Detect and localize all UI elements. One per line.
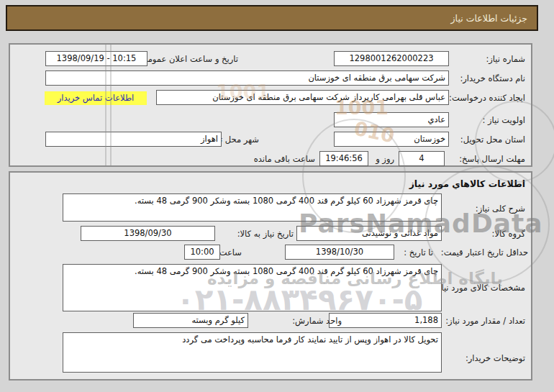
specs-textarea[interactable]: چای قرمز شهرزاد 60 کیلو گرم قند 400 گرمی… [63,264,442,311]
unit-input[interactable]: کیلو گرم وبسته [133,313,248,328]
need-info-panel: شماره نیاز: 1298001262000223 تاریخ و ساع… [9,43,532,167]
unit-label: واحد شمارش: [292,315,342,327]
deadline-suffix: ساعت باقی مانده [254,153,315,165]
page-title: جزئیات اطلاعات نیاز [451,13,527,24]
hour-input[interactable]: 10:00 [184,245,220,260]
quantity-label: تعداد / مقدار مورد نیاز: [445,315,525,327]
price-validity-label: حداقل تاریخ اعتبار قیمت: [441,247,528,258]
buyer-notes-label: توضیحات خریدار: [466,352,525,364]
general-desc-textarea[interactable]: چای قرمز شهرزاد 60 کیلو گرم قند 400 گرمی… [63,193,442,222]
deadline-days-input[interactable]: 4 [399,151,445,166]
need-number-label: شماره نیاز: [486,53,525,65]
requester-label: ایجاد کننده درخواست: [449,92,525,104]
province-input[interactable]: خوزستان [334,132,449,147]
group-input[interactable]: مواد غذائی و نوشیدنی [296,226,442,241]
priority-input[interactable]: عادي [334,112,449,127]
goods-section-title: اطلاعات کالاهاي مورد نیاز [409,178,525,189]
goods-info-panel: اطلاعات کالاهاي مورد نیاز شرح کلی نیاز: … [9,171,532,380]
province-label: استان محل تحویل: [460,134,525,145]
need-date-label: تاریخ نیاز به کالا: [237,228,294,240]
deadline-time-input[interactable]: 19:46:56 [319,151,368,166]
until-date-input[interactable]: 1398/10/30 [285,245,394,260]
page: جزئیات اطلاعات نیاز شماره نیاز: 12980012… [0,0,554,392]
buyer-contact-link[interactable]: اطلاعات تماس خریدار [45,91,147,105]
announce-datetime-label: تاریخ و ساعت اعلان عمومی: [138,53,238,65]
until-date-label: تا تاریخ : [404,247,433,258]
general-desc-label: شرح کلی نیاز: [476,203,525,214]
buyer-org-input[interactable]: شرکت سهامی برق منطقه ای خوزستان [45,70,449,86]
announce-datetime-input[interactable]: 1398/09/19 - 10:15 [45,51,147,66]
deadline-label: مهلت ارسال پاسخ: [459,153,525,165]
group-label: گروه کالا: [492,228,525,240]
priority-label: اولویت نیاز : [482,114,525,126]
requester-input[interactable]: عباس قلی بهرامی کارپرداز شرکت سهامی برق … [156,90,449,105]
need-date-input[interactable]: 1398/09/30 [81,226,215,241]
quantity-input[interactable]: 1,188 [329,313,442,328]
buyer-org-label: نام دستگاه خریدار: [460,73,525,84]
deadline-days-word: روز و [376,153,394,165]
page-title-bar: جزئیات اطلاعات نیاز [6,5,538,31]
city-input[interactable]: اهواز [45,132,222,147]
specs-label: مشخصات کالای مورد نیاز: [435,282,525,293]
buyer-notes-textarea[interactable]: تحویل کالا در اهواز وپس از تایید نمایند … [63,332,442,373]
need-number-input[interactable]: 1298001262000223 [334,51,449,66]
